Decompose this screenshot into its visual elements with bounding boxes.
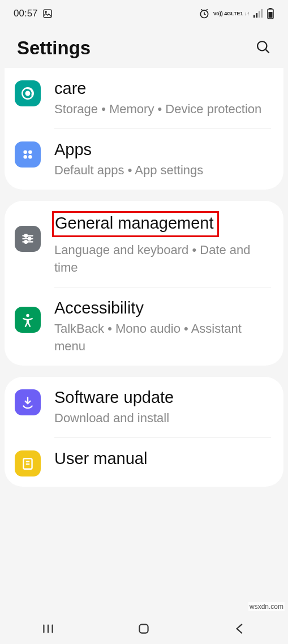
item-title: care — [54, 78, 271, 98]
signal-icon — [253, 8, 263, 19]
svg-point-1 — [45, 11, 46, 12]
search-icon[interactable] — [255, 39, 271, 57]
settings-group-3: Software update Download and install Use… — [5, 377, 283, 487]
nav-home-button[interactable] — [121, 621, 166, 636]
accessibility-icon — [15, 307, 41, 333]
svg-point-24 — [26, 314, 29, 317]
svg-rect-31 — [140, 624, 148, 633]
item-subtitle: Default apps • App settings — [54, 162, 271, 179]
svg-rect-6 — [261, 9, 263, 18]
svg-rect-9 — [269, 12, 273, 18]
svg-point-14 — [23, 150, 27, 154]
svg-point-22 — [28, 238, 31, 241]
page-title: Settings — [17, 37, 91, 59]
picture-icon — [42, 8, 53, 19]
status-bar: 00:57 Vo)) 4GLTE1 ↓↑ — [0, 0, 288, 27]
watermark: wsxdn.com — [248, 602, 285, 611]
settings-item-device-care[interactable]: care Storage • Memory • Device protectio… — [5, 68, 283, 128]
svg-point-23 — [24, 241, 27, 243]
nav-recents-button[interactable] — [25, 621, 71, 636]
alarm-icon — [199, 8, 210, 19]
svg-point-16 — [23, 155, 27, 159]
settings-item-general-management[interactable]: General management Language and keyboard… — [5, 201, 283, 287]
general-management-icon — [15, 226, 41, 252]
highlight-box: General management — [52, 211, 219, 237]
svg-rect-0 — [44, 10, 51, 18]
item-title: Software update — [54, 387, 271, 407]
settings-item-software-update[interactable]: Software update Download and install — [5, 377, 283, 437]
settings-group-2: General management Language and keyboard… — [5, 201, 283, 366]
device-care-icon — [15, 80, 41, 106]
svg-point-15 — [28, 150, 32, 154]
status-left: 00:57 — [14, 8, 53, 19]
svg-rect-3 — [253, 15, 255, 18]
navigation-bar — [0, 613, 288, 644]
settings-item-apps[interactable]: Apps Default apps • App settings — [5, 129, 283, 190]
item-subtitle: TalkBack • Mono audio • Assistant menu — [54, 320, 271, 355]
svg-rect-4 — [256, 13, 257, 18]
user-manual-icon — [15, 450, 41, 476]
item-subtitle: Language and keyboard • Date and time — [54, 242, 271, 277]
item-title: Apps — [54, 139, 271, 160]
item-title: Accessibility — [54, 298, 271, 318]
svg-point-21 — [24, 234, 27, 237]
status-right: Vo)) 4GLTE1 ↓↑ — [199, 8, 274, 19]
software-update-icon — [15, 389, 41, 415]
item-title: User manual — [54, 448, 271, 469]
svg-point-17 — [28, 155, 32, 159]
svg-point-10 — [257, 41, 266, 50]
svg-point-13 — [26, 92, 30, 96]
settings-item-user-manual[interactable]: User manual — [5, 438, 283, 487]
nav-back-button[interactable] — [217, 621, 263, 636]
svg-rect-5 — [259, 11, 260, 18]
item-subtitle: Storage • Memory • Device protection — [54, 101, 271, 118]
item-title: General management — [55, 213, 214, 233]
header: Settings — [0, 27, 288, 71]
settings-group-1: care Storage • Memory • Device protectio… — [5, 68, 283, 190]
status-time: 00:57 — [14, 8, 38, 19]
item-subtitle: Download and install — [54, 410, 271, 427]
network-type-icon: Vo)) 4GLTE1 ↓↑ — [213, 11, 250, 16]
apps-icon — [15, 141, 41, 168]
svg-line-11 — [266, 50, 269, 53]
battery-icon — [266, 8, 274, 19]
settings-item-accessibility[interactable]: Accessibility TalkBack • Mono audio • As… — [5, 287, 283, 366]
svg-rect-8 — [269, 8, 272, 9]
